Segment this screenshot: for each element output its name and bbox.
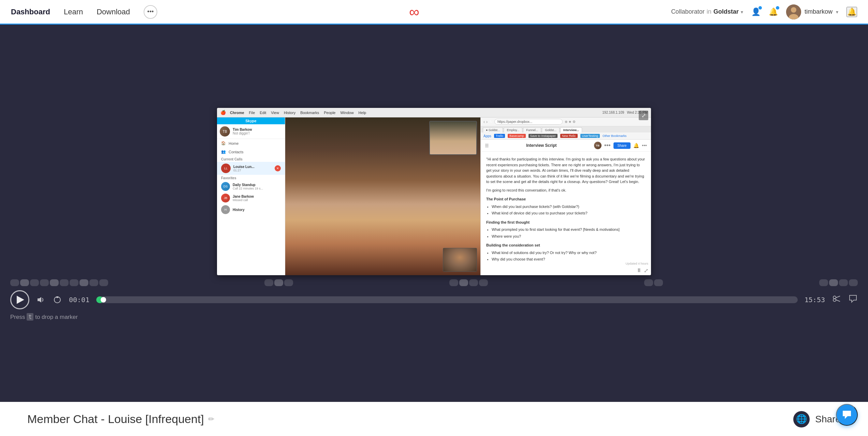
- caller-avatar: LL: [221, 164, 231, 173]
- comment-bubble: [79, 279, 88, 286]
- tab-goldstar2[interactable]: Goldst...: [542, 127, 560, 132]
- reload-icon[interactable]: ↻: [490, 120, 492, 124]
- comment-bubble: [449, 279, 458, 286]
- fab-chat-button[interactable]: [836, 404, 858, 426]
- fav-standup-avatar: DS: [221, 182, 230, 191]
- svg-point-5: [833, 296, 836, 299]
- doc-content: "Hi and thanks for participating in this…: [481, 152, 651, 261]
- skype-title: Skype: [217, 117, 285, 124]
- chat-icon: [848, 294, 858, 304]
- comment-bubble: [20, 279, 29, 286]
- nav-dashboard-link[interactable]: Dashboard: [11, 8, 50, 16]
- skype-active-call[interactable]: LL Louise Lun... 01:27 ✕: [217, 162, 285, 175]
- share-globe-icon: 🌐: [793, 411, 810, 427]
- collaborator-label: Collaborator: [671, 8, 705, 15]
- doc-bullet-6: Why did you choose that event?: [492, 256, 646, 261]
- time-current: 00:01: [69, 296, 89, 304]
- menu-chrome[interactable]: Chrome: [230, 111, 244, 115]
- tab-interview[interactable]: Interview...: [560, 127, 582, 132]
- marker-hint-pre: Press: [10, 314, 27, 320]
- nav-more-button[interactable]: •••: [144, 5, 157, 19]
- back-icon[interactable]: ‹: [483, 119, 485, 124]
- menu-help[interactable]: Help: [359, 111, 366, 115]
- skype-fav-daily-standup[interactable]: DS Daily Standup Call 22 minutes 19 s...: [217, 181, 285, 192]
- play-button[interactable]: [10, 290, 29, 309]
- marker-hint: Press t to drop a marker: [0, 312, 868, 323]
- skype-username: Tim Barkow: [233, 128, 252, 131]
- collaborator-chevron-icon: ▾: [741, 9, 743, 15]
- menu-file[interactable]: File: [249, 111, 255, 115]
- doc-options-icon[interactable]: •••: [642, 143, 647, 148]
- brand-logo-infinity: ∞: [409, 5, 419, 19]
- avatar-image: [786, 4, 801, 19]
- collaborator-selector[interactable]: Collaborator in Goldstar ▾: [671, 8, 743, 15]
- menu-edit[interactable]: Edit: [260, 111, 266, 115]
- skype-fav-jane[interactable]: JB Jane Barkow Missed call: [217, 192, 285, 204]
- comment-bubble: [654, 279, 663, 286]
- skype-nav-contacts[interactable]: 👥 Contacts: [217, 147, 285, 156]
- collaborator-in: in: [707, 8, 711, 15]
- basecamp-badge: Basecamp: [508, 134, 526, 138]
- volume-button[interactable]: [36, 295, 46, 305]
- menu-bookmarks[interactable]: Bookmarks: [300, 111, 319, 115]
- share-area: 🌐 Share: [793, 411, 841, 427]
- avatar: [786, 4, 801, 19]
- home-icon: 🏠: [221, 141, 226, 145]
- menu-window[interactable]: Window: [340, 111, 353, 115]
- doc-fullscreen-icon[interactable]: ⤢: [644, 267, 648, 274]
- scissors-button[interactable]: [832, 294, 841, 306]
- add-user-button[interactable]: 👤: [751, 8, 761, 16]
- scissors-icon: [832, 294, 841, 304]
- nav-download-link[interactable]: Download: [97, 8, 130, 16]
- call-time: 01:27: [233, 169, 272, 172]
- notifications-button[interactable]: 🔔: [769, 8, 778, 16]
- chat-button[interactable]: [848, 294, 858, 306]
- doc-share-button[interactable]: Share: [613, 142, 631, 149]
- skype-home-label: Home: [229, 141, 238, 145]
- nav-learn-link[interactable]: Learn: [64, 8, 83, 16]
- other-bookmarks: Other Bookmarks: [603, 134, 626, 138]
- fav-standup-name: Daily Standup: [233, 183, 263, 187]
- skype-fav-history[interactable]: H History: [217, 204, 285, 215]
- svg-point-1: [791, 7, 796, 13]
- comment-bubble: [40, 279, 49, 286]
- doc-bell-icon[interactable]: 🔔: [633, 143, 639, 148]
- doc-bullet-4: Where were you?: [492, 234, 646, 239]
- skype-user-row: TB Tim Barkow Not diggin'!: [217, 124, 285, 139]
- svg-point-6: [833, 299, 836, 301]
- tab-goldstar[interactable]: ● Goldst...: [483, 127, 503, 132]
- doc-pause-icon[interactable]: ⏸: [636, 267, 642, 274]
- progress-thumb: [101, 297, 106, 303]
- top-navigation: Dashboard Learn Download ••• ∞ Collabora…: [0, 0, 868, 25]
- contacts-icon: 👥: [221, 150, 226, 154]
- menu-people[interactable]: People: [324, 111, 335, 115]
- tab-employ[interactable]: Employ...: [504, 127, 522, 132]
- tab-funnel[interactable]: Funnel...: [523, 127, 541, 132]
- username-label: timbarkow: [805, 8, 833, 15]
- browser-url-bar[interactable]: https://paper.dropbox...: [494, 119, 563, 125]
- doc-menu-icon[interactable]: ☰: [485, 143, 489, 148]
- secondary-bell-button[interactable]: 🔔: [847, 7, 857, 17]
- progress-bar[interactable]: [96, 296, 798, 303]
- mac-menubar: 🍎 Chrome File Edit View History Bookmark…: [217, 108, 651, 117]
- skype-user-avatar: TB: [220, 126, 230, 137]
- menu-history[interactable]: History: [284, 111, 295, 115]
- forward-icon[interactable]: ›: [486, 119, 488, 124]
- instapaper-badge: Save to Instapaper: [529, 134, 558, 138]
- skype-nav-home[interactable]: 🏠 Home: [217, 139, 285, 147]
- end-call-button[interactable]: ✕: [275, 165, 281, 171]
- user-menu[interactable]: timbarkow ▾: [786, 4, 838, 19]
- ellipsis-icon: •••: [147, 8, 154, 15]
- fav-history-avatar: H: [221, 205, 230, 214]
- expand-button[interactable]: ⤢: [639, 111, 648, 120]
- browser-nav-buttons: ‹ ›: [483, 119, 488, 124]
- menu-view[interactable]: View: [271, 111, 279, 115]
- doc-heading-2: Finding the first thought: [486, 220, 646, 225]
- fav-jane-name: Jane Barkow: [233, 195, 254, 198]
- edit-title-icon[interactable]: ✏: [208, 415, 214, 424]
- comment-bubble: [469, 279, 478, 286]
- restart-button[interactable]: [53, 295, 62, 305]
- skype-user-status: Not diggin'!: [233, 131, 252, 135]
- marker-hint-post: to drop a marker: [33, 314, 77, 320]
- small-video-pip: [443, 248, 477, 272]
